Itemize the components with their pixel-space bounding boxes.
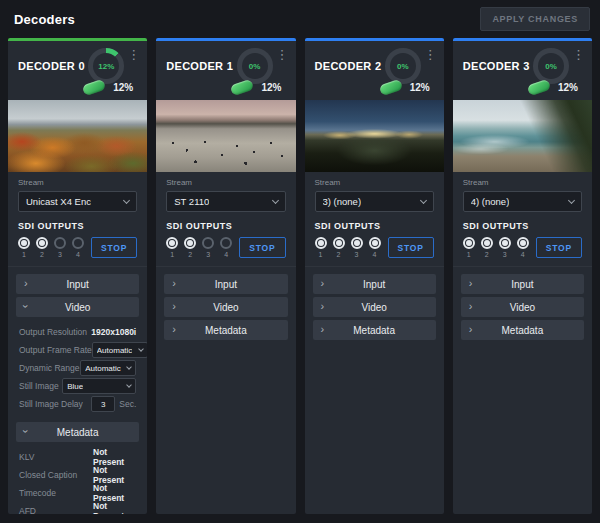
sdi-output-toggle-3[interactable] [54,237,66,249]
metadata-value: Not Present [93,483,136,503]
section-video[interactable]: › Video [461,297,584,317]
chevron-down-icon: › [20,305,31,309]
sdi-output-number: 1 [22,251,26,258]
sdi-output-toggle-2[interactable] [333,237,345,249]
sdi-output-toggle-1[interactable] [315,237,327,249]
section-input[interactable]: › Input [461,274,584,294]
stop-button[interactable]: STOP [536,237,582,258]
sdi-output-toggle-4[interactable] [369,237,381,249]
decoder-card-1: DECODER 1 0% ⋮ 12% Stream ST 2110 SDI OU… [156,38,295,514]
stream-block: Stream Unicast X4 Enc [8,172,147,220]
apply-changes-button[interactable]: APPLY CHANGES [480,7,590,31]
chevron-right-icon: › [469,324,473,335]
load-gauge-value: 0% [249,62,261,71]
decoder-cards-row: DECODER 0 12% ⋮ 12% Stream Unicast X4 En… [0,38,600,523]
still-image-select[interactable]: Blue [62,378,136,394]
dynamic-range-select[interactable]: Automatic [80,360,136,376]
sdi-toggle-group: 1 2 3 4 [166,237,232,258]
load-gauge-value: 12% [98,62,114,71]
section-metadata[interactable]: › Metadata [164,320,287,340]
section-metadata[interactable]: › Metadata [313,320,436,340]
section-label: Input [16,279,139,290]
stop-button[interactable]: STOP [91,237,137,258]
sdi-outputs-row: 1 2 3 4 STOP [315,237,434,258]
sdi-output-toggle-3[interactable] [499,237,511,249]
decoder-title: DECODER 2 [315,60,382,72]
metadata-label: AFD [19,506,93,514]
delay-input-group: Sec. [91,396,136,412]
section-video[interactable]: › Video [313,297,436,317]
kebab-menu-icon[interactable]: ⋮ [424,48,437,61]
section-video[interactable]: › Video [164,297,287,317]
kebab-menu-icon[interactable]: ⋮ [127,48,140,61]
sdi-output-4: 4 [517,237,529,258]
section-input[interactable]: › Input [313,274,436,294]
sdi-output-toggle-2[interactable] [481,237,493,249]
sdi-output-number: 1 [467,251,471,258]
sdi-output-number: 2 [485,251,489,258]
metadata-value: Not Present [93,501,136,514]
still-image-delay-input[interactable] [91,396,115,412]
section-label: Video [16,302,139,313]
sdi-outputs-row: 1 2 3 4 STOP [166,237,285,258]
sdi-output-toggle-4[interactable] [220,237,232,249]
metadata-row-klv: KLV Not Present [19,448,136,466]
section-metadata[interactable]: › Metadata [16,422,139,442]
sdi-output-2: 2 [333,237,345,258]
sdi-outputs-title: SDI OUTPUTS [463,221,582,231]
decoder-card-2: DECODER 2 0% ⋮ 12% Stream 3) (none) SDI … [305,38,444,514]
status-pill-icon [379,79,403,96]
sdi-output-toggle-1[interactable] [18,237,30,249]
sdi-output-toggle-1[interactable] [463,237,475,249]
usage-percent: 12% [113,82,133,93]
sdi-output-1: 1 [315,237,327,258]
sdi-output-toggle-2[interactable] [36,237,48,249]
decoder-card-header: DECODER 0 12% ⋮ [8,41,147,84]
sdi-output-toggle-4[interactable] [517,237,529,249]
stream-select[interactable]: 3) (none) [315,191,434,212]
stream-select[interactable]: ST 2110 [166,191,285,212]
video-preview-thumbnail [8,100,147,172]
kebab-menu-icon[interactable]: ⋮ [572,48,585,61]
status-pill-icon [82,79,106,96]
chevron-right-icon: › [321,278,325,289]
stop-button[interactable]: STOP [239,237,285,258]
usage-row: 12% [8,82,147,100]
sdi-output-number: 1 [170,251,174,258]
stream-block: Stream 4) (none) [453,172,592,220]
section-video[interactable]: › Video [16,297,139,317]
field-label: Still Image Delay [19,399,83,409]
sdi-outputs-title: SDI OUTPUTS [315,221,434,231]
sdi-output-toggle-2[interactable] [184,237,196,249]
stream-select[interactable]: Unicast X4 Enc [18,191,137,212]
chevron-right-icon: › [321,324,325,335]
decoder-title: DECODER 0 [18,60,85,72]
sdi-output-toggle-3[interactable] [351,237,363,249]
output-frame-rate-select[interactable]: Automatic [92,342,147,358]
sdi-output-toggle-1[interactable] [166,237,178,249]
chevron-down-icon [271,196,278,203]
load-gauge-value: 0% [397,62,409,71]
section-input[interactable]: › Input [16,274,139,294]
kebab-menu-icon[interactable]: ⋮ [276,48,289,61]
section-label: Metadata [16,427,139,438]
section-metadata[interactable]: › Metadata [461,320,584,340]
sdi-output-toggle-4[interactable] [72,237,84,249]
sdi-output-toggle-3[interactable] [202,237,214,249]
load-gauge: 0% [237,48,273,84]
decoder-card-header: DECODER 3 0% ⋮ [453,41,592,84]
sdi-outputs-section: SDI OUTPUTS 1 2 3 [8,220,147,267]
stop-button[interactable]: STOP [388,237,434,258]
header-right-group: 0% ⋮ [237,48,289,84]
sdi-outputs-section: SDI OUTPUTS 1 2 3 [156,220,295,267]
stream-select-value: 3) (none) [323,196,362,207]
sdi-output-number: 2 [40,251,44,258]
stream-select[interactable]: 4) (none) [463,191,582,212]
stream-label: Stream [18,178,137,187]
decoder-title: DECODER 3 [463,60,530,72]
usage-percent: 12% [410,82,430,93]
field-output-resolution: Output Resolution 1920x1080i [19,323,136,341]
section-input[interactable]: › Input [164,274,287,294]
video-preview-thumbnail [453,100,592,172]
metadata-label: Timecode [19,488,93,498]
